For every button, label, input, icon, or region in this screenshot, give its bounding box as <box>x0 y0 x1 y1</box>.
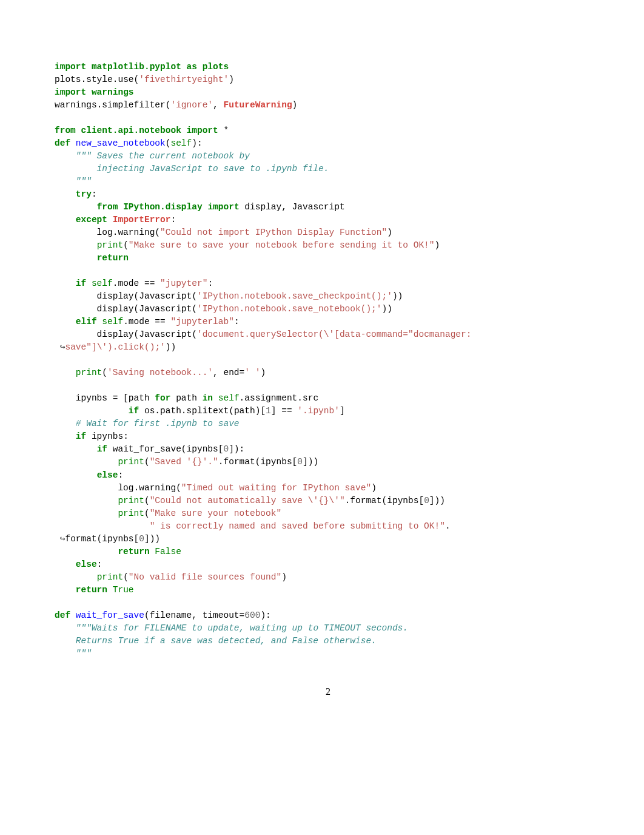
code-token: new_save_notebook <box>76 138 166 148</box>
document-page: import matplotlib.pyplot as plotsplots.s… <box>0 0 644 723</box>
code-line: if self.mode == "jupyter": <box>55 277 602 290</box>
code-token: else <box>97 470 118 480</box>
code-token <box>55 521 150 531</box>
code-token: warnings <box>55 100 97 110</box>
code-token <box>55 240 97 250</box>
code-line: ipynbs = [path for path in self.assignme… <box>55 392 602 405</box>
code-token: ↪ <box>55 342 65 352</box>
code-token: if <box>129 406 144 416</box>
code-line: """ <box>55 647 602 660</box>
code-token: ( <box>123 572 129 582</box>
code-line: print("Make sure to save your notebook b… <box>55 239 602 252</box>
code-line: log.warning("Could not import IPython Di… <box>55 226 602 239</box>
code-token: "Could not import IPython Display Functi… <box>160 228 387 237</box>
code-line: log.warning("Timed out waiting for IPyth… <box>55 482 602 495</box>
code-token: print <box>97 240 124 250</box>
code-token: return <box>76 585 113 595</box>
code-line: """ <box>55 175 602 188</box>
code-token: : <box>234 317 240 326</box>
code-token: display(Javascript( <box>55 304 197 314</box>
code-token: else <box>76 559 97 569</box>
code-token: . <box>240 393 245 403</box>
page-number: 2 <box>55 685 602 698</box>
code-token: import <box>55 62 92 72</box>
code-token: )) <box>392 291 403 301</box>
code-token: plots <box>55 75 81 84</box>
code-token <box>55 457 118 467</box>
code-token: '.ipynb' <box>297 406 340 416</box>
code-token <box>55 623 76 633</box>
code-line <box>55 265 602 277</box>
code-token: matplotlib.pyplot <box>92 62 187 72</box>
code-token: def <box>55 138 76 148</box>
code-token <box>55 279 76 288</box>
code-token: """Waits for FILENAME to update, waiting… <box>76 623 408 633</box>
code-token: . <box>155 406 160 416</box>
code-line: """ Saves the current notebook by <box>55 150 602 163</box>
code-line: return True <box>55 584 602 597</box>
code-token: display, Javascript <box>244 202 344 212</box>
code-line: " is correctly named and saved before su… <box>55 520 602 533</box>
code-token: path <box>160 406 181 416</box>
code-token: : <box>92 189 97 199</box>
code-token: 'IPython.notebook.save_notebook();' <box>197 304 382 314</box>
code-line: return <box>55 252 602 265</box>
code-token: . <box>134 483 139 493</box>
code-line <box>55 354 602 367</box>
code-token: ( <box>123 240 129 250</box>
code-token <box>55 202 97 212</box>
code-token: def <box>55 610 76 620</box>
code-token: for <box>155 393 176 403</box>
code-token: log <box>55 228 113 237</box>
code-token <box>55 215 76 225</box>
code-token: log <box>55 483 134 493</box>
code-token: ]): <box>229 444 244 454</box>
code-line: print("No valid file sources found") <box>55 571 602 584</box>
code-token: "Saved ' <box>150 457 192 467</box>
code-token: """ <box>55 177 92 186</box>
code-token: """ <box>55 649 92 658</box>
code-token: injecting JavaScript to save to .ipynb f… <box>55 164 329 174</box>
code-token: print <box>118 509 144 518</box>
code-token: . <box>123 317 129 326</box>
code-line: import matplotlib.pyplot as plots <box>55 61 602 73</box>
code-token: : <box>97 559 102 569</box>
code-line: ↪save"]\').click();')) <box>55 341 602 354</box>
code-line: print("Make sure your notebook" <box>55 507 602 520</box>
code-token <box>55 585 76 595</box>
code-line: display(Javascript('document.querySelect… <box>55 328 602 341</box>
code-line: from IPython.display import display, Jav… <box>55 201 602 214</box>
code-token: ) <box>292 100 298 110</box>
code-line: print("Saved '{}'.".format(ipynbs[0])) <box>55 456 602 468</box>
code-token: return <box>118 547 155 556</box>
code-token: ) <box>281 572 287 582</box>
code-token: print <box>118 457 144 467</box>
code-token: False <box>155 547 181 556</box>
code-token: simplefilter( <box>102 100 170 110</box>
code-token: IPython.display <box>123 202 207 212</box>
code-line: try: <box>55 188 602 201</box>
code-token <box>55 189 76 199</box>
code-token: warnings <box>92 87 134 97</box>
code-token: ])) <box>303 457 318 467</box>
code-token: mode <box>118 279 144 288</box>
code-token: ) <box>435 240 440 250</box>
code-token: \' <box>324 330 334 339</box>
code-token: print <box>76 368 102 377</box>
code-line: """Waits for FILENAME to update, waiting… <box>55 622 602 635</box>
code-line: from client.api.notebook import * <box>55 124 602 137</box>
code-token: return <box>97 253 129 263</box>
code-token: 'fivethirtyeight' <box>139 75 229 84</box>
code-token: )) <box>166 342 176 352</box>
code-line: if os.path.splitext(path)[1] == '.ipynb'… <box>55 405 602 418</box>
code-token: ): <box>192 138 202 148</box>
code-token <box>55 444 97 454</box>
code-token: ) <box>260 368 266 377</box>
code-token: ) <box>229 75 234 84</box>
code-token: \' <box>308 496 318 505</box>
code-token: * <box>223 126 229 135</box>
code-token: warning( <box>139 483 181 493</box>
code-token: self <box>92 279 113 288</box>
code-token: format(ipynbs[ <box>223 457 297 467</box>
code-token: mode <box>129 317 155 326</box>
